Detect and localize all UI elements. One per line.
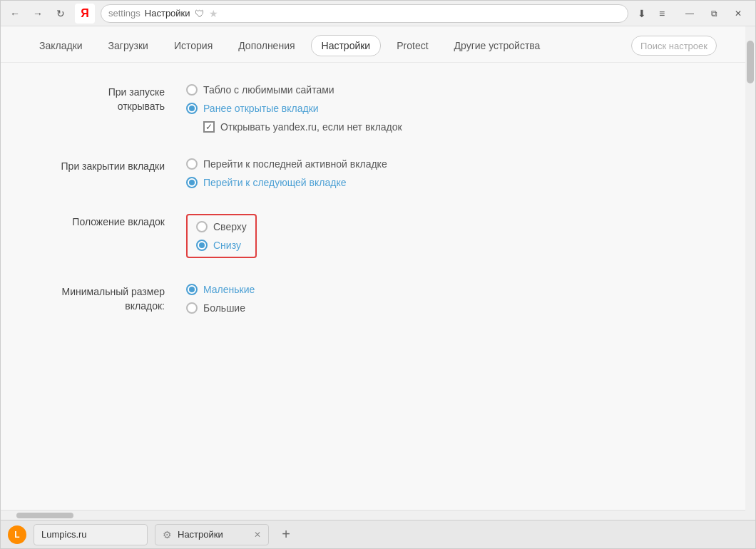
- content-area: Закладки Загрузки История Дополнения Нас…: [1, 26, 745, 520]
- restore-button[interactable]: ⧉: [703, 4, 725, 24]
- tab-history[interactable]: История: [164, 36, 223, 56]
- forward-button[interactable]: →: [29, 5, 46, 22]
- tab-position-label: Положение вкладок: [58, 214, 186, 230]
- taskbar-tab2-label: Настройки: [178, 529, 223, 540]
- startup-option-table[interactable]: Табло с любимыми сайтами: [186, 84, 402, 96]
- startup-radio-dot-recent: [189, 106, 195, 111]
- tab-size-small[interactable]: Маленькие: [186, 284, 255, 295]
- startup-checkbox-box: ✓: [203, 121, 215, 133]
- close-tab-option-next[interactable]: Перейти к следующей вкладке: [186, 177, 387, 188]
- startup-table-label: Табло с любимыми сайтами: [203, 84, 334, 96]
- title-bar: ← → ↻ Я settings Настройки 🛡 ★ ⬇ ≡ — ⧉ ✕: [1, 1, 755, 26]
- toolbar-icons: ⬇ ≡: [634, 6, 670, 21]
- tab-position-top-label: Сверху: [213, 221, 247, 232]
- close-tab-label: При закрытии вкладки: [58, 158, 186, 174]
- close-button[interactable]: ✕: [727, 4, 750, 24]
- taskbar-tab1-label: Lumpics.ru: [41, 529, 87, 540]
- tab-position-box: Сверху Снизу: [186, 214, 257, 258]
- tab-position-radio-bottom: [196, 240, 208, 251]
- add-tab-button[interactable]: +: [276, 525, 296, 545]
- tab-position-radio-dot-bottom: [199, 242, 205, 248]
- settings-search[interactable]: Поиск настроек: [631, 36, 717, 56]
- tab-size-section: Минимальный размервкладок: Маленькие Бол…: [58, 284, 688, 314]
- search-placeholder: Поиск настроек: [640, 41, 708, 51]
- address-icons: 🛡 ★: [195, 8, 218, 19]
- startup-section: При запускеоткрывать Табло с любимыми са…: [58, 84, 688, 133]
- tab-position-bottom[interactable]: Снизу: [196, 240, 247, 251]
- star-icon[interactable]: ★: [209, 8, 218, 19]
- horizontal-scrollbar[interactable]: [1, 510, 745, 520]
- tab-size-large-label: Большие: [203, 302, 245, 314]
- tab-position-radio-top: [196, 221, 208, 232]
- close-tab-last-label: Перейти к последней активной вкладке: [203, 158, 387, 170]
- startup-radio-recent: [186, 103, 198, 114]
- tab-other-devices[interactable]: Другие устройства: [444, 36, 551, 56]
- h-scrollbar-thumb: [16, 513, 73, 518]
- close-tab-radio-dot-next: [189, 180, 195, 185]
- v-scrollbar-thumb: [747, 41, 754, 83]
- startup-options: Табло с любимыми сайтами Ранее открытые …: [186, 84, 402, 133]
- browser-body: Закладки Загрузки История Дополнения Нас…: [1, 26, 755, 520]
- browser-window: ← → ↻ Я settings Настройки 🛡 ★ ⬇ ≡ — ⧉ ✕…: [0, 0, 756, 549]
- close-tab-section: При закрытии вкладки Перейти к последней…: [58, 158, 688, 188]
- startup-radio-table: [186, 84, 198, 96]
- tab-settings[interactable]: Настройки: [311, 35, 382, 56]
- startup-yandex-label: Открывать yandex.ru, если нет вкладок: [220, 121, 402, 133]
- startup-checkbox-yandex[interactable]: ✓ Открывать yandex.ru, если нет вкладок: [203, 121, 402, 133]
- tab-size-large[interactable]: Большие: [186, 302, 255, 314]
- tab-extensions[interactable]: Дополнения: [228, 36, 305, 56]
- refresh-button[interactable]: ↻: [52, 5, 69, 22]
- address-bar[interactable]: settings Настройки 🛡 ★: [101, 4, 628, 23]
- win-controls: — ⧉ ✕: [678, 4, 750, 24]
- startup-recent-label: Ранее открытые вкладки: [203, 103, 319, 114]
- tab-position-section: Положение вкладок Сверху Сниз: [58, 214, 688, 258]
- taskbar-tab2-close[interactable]: ✕: [254, 530, 261, 540]
- menu-icon[interactable]: ≡: [654, 6, 670, 21]
- close-tab-option-last[interactable]: Перейти к последней активной вкладке: [186, 158, 387, 170]
- tab-position-top[interactable]: Сверху: [196, 221, 247, 232]
- close-tab-options: Перейти к последней активной вкладке Пер…: [186, 158, 387, 188]
- close-tab-radio-next: [186, 177, 198, 188]
- tab-protect[interactable]: Protect: [387, 36, 438, 56]
- address-text: Настройки: [145, 8, 190, 19]
- taskbar-favicon: L: [8, 525, 26, 544]
- startup-option-recent[interactable]: Ранее открытые вкладки: [186, 103, 402, 114]
- back-button[interactable]: ←: [6, 5, 24, 22]
- tab-position-options: Сверху Снизу: [186, 214, 257, 258]
- tab-bookmarks[interactable]: Закладки: [29, 36, 93, 56]
- tab-size-radio-large: [186, 302, 198, 314]
- shield-icon: 🛡: [195, 8, 205, 19]
- tab-size-small-label: Маленькие: [203, 284, 255, 295]
- taskbar-tab-settings[interactable]: ⚙ Настройки ✕: [155, 524, 269, 545]
- taskbar: L Lumpics.ru ⚙ Настройки ✕ +: [1, 520, 755, 548]
- taskbar-settings-icon: ⚙: [163, 529, 172, 540]
- tab-position-bottom-label: Снизу: [213, 240, 241, 251]
- download-icon[interactable]: ⬇: [634, 6, 650, 21]
- close-tab-radio-last: [186, 158, 198, 170]
- tab-size-label: Минимальный размервкладок:: [58, 284, 186, 313]
- taskbar-tab-lumpics[interactable]: Lumpics.ru: [34, 524, 148, 545]
- yandex-logo: Я: [75, 4, 95, 24]
- vertical-scrollbar[interactable]: [745, 26, 755, 520]
- tab-size-radio-dot-small: [189, 287, 195, 292]
- checkmark-icon: ✓: [205, 123, 213, 131]
- close-tab-next-label: Перейти к следующей вкладке: [203, 177, 346, 188]
- startup-label: При запускеоткрывать: [58, 84, 186, 113]
- tab-size-options: Маленькие Большие: [186, 284, 255, 314]
- tab-size-radio-small: [186, 284, 198, 295]
- address-label: settings: [108, 8, 141, 19]
- minimize-button[interactable]: —: [678, 4, 701, 24]
- tab-downloads[interactable]: Загрузки: [98, 36, 158, 56]
- nav-tabs: Закладки Загрузки История Дополнения Нас…: [1, 26, 745, 63]
- settings-content: При запускеоткрывать Табло с любимыми са…: [1, 63, 745, 510]
